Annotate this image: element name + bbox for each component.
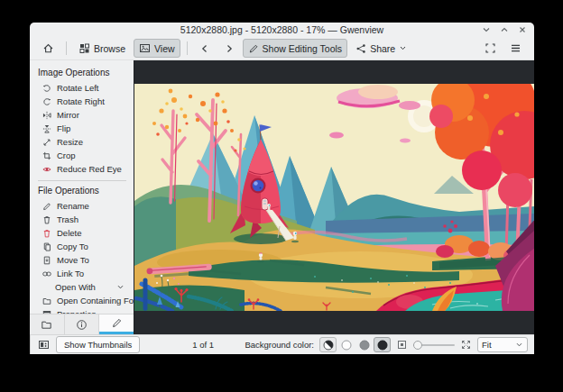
sidebar-item-rotate-right[interactable]: Rotate Right <box>38 95 134 108</box>
main-toolbar: Browse View Show Editing Tools Share <box>30 37 534 60</box>
menu-button[interactable] <box>504 39 527 58</box>
zoom-slider[interactable] <box>413 340 455 351</box>
browse-button-label: Browse <box>94 43 125 54</box>
browse-button[interactable]: Browse <box>73 39 131 58</box>
desktop: { "window": { "title": "5120x2880.jpg - … <box>0 0 563 392</box>
chevron-down-icon <box>399 44 407 52</box>
sidebar-item-link-to[interactable]: Link To <box>38 267 134 280</box>
chevron-left-icon <box>199 43 210 54</box>
crop-icon <box>42 151 51 160</box>
bg-auto-swatch[interactable] <box>319 337 337 352</box>
tab-operations[interactable] <box>99 315 134 334</box>
bg-white-swatch[interactable] <box>337 337 355 352</box>
sidebar-item-properties[interactable]: Properties <box>38 307 134 314</box>
statusbar: Show Thumbnails 1 of 1 Background color:… <box>30 334 534 354</box>
show-editing-tools-button[interactable]: Show Editing Tools <box>243 39 348 58</box>
sidebar: Image Operations Rotate Left Rotate Righ… <box>30 60 134 334</box>
zoom-fit-button[interactable] <box>396 339 408 351</box>
toolbar-separator <box>187 41 188 55</box>
toolbar-separator <box>66 41 67 55</box>
bg-black-swatch[interactable] <box>374 337 391 352</box>
share-button-label: Share <box>370 43 395 54</box>
zoom-fit-icon <box>397 340 407 350</box>
file-operations-heading: File Operations <box>38 186 134 196</box>
pencil-icon <box>248 43 259 54</box>
go-previous-button[interactable] <box>194 39 216 58</box>
sidebar-item-delete[interactable]: Delete <box>38 226 134 240</box>
tab-information[interactable] <box>65 315 100 334</box>
rename-icon <box>42 202 51 211</box>
rotate-left-icon <box>42 84 51 93</box>
sidebar-item-trash[interactable]: Trash <box>38 213 134 226</box>
background-color-label: Background color: <box>245 340 314 350</box>
pencil-icon <box>111 317 123 329</box>
folder-open-icon <box>42 296 51 305</box>
image-view-icon <box>139 42 151 54</box>
info-icon <box>76 319 88 331</box>
trash-icon <box>42 215 51 224</box>
resize-icon <box>42 138 51 147</box>
tab-folders[interactable] <box>30 315 65 334</box>
titlebar[interactable]: 5120x2880.jpg - 5120x2880 - 17% — Gwenvi… <box>30 23 534 37</box>
share-button[interactable]: Share <box>350 39 412 58</box>
rotate-right-icon <box>42 97 51 106</box>
thumbnail-bar-icon <box>38 339 50 351</box>
chevron-down-icon <box>515 341 523 349</box>
move-to-icon <box>42 256 51 265</box>
gwenview-window: 5120x2880.jpg - 5120x2880 - 17% — Gwenvi… <box>30 23 534 354</box>
sidebar-item-copy-to[interactable]: Copy To <box>38 240 134 253</box>
sidebar-item-mirror[interactable]: Mirror <box>38 108 134 122</box>
sidebar-item-resize[interactable]: Resize <box>38 135 134 149</box>
position-indicator: 1 of 1 <box>192 340 214 350</box>
image-view[interactable] <box>134 60 534 334</box>
actual-size-icon <box>461 340 471 350</box>
home-button[interactable] <box>37 39 60 58</box>
show-editing-tools-label: Show Editing Tools <box>263 43 343 54</box>
zoom-slider-handle[interactable] <box>413 341 422 350</box>
background-color-group <box>319 337 391 352</box>
sidebar-item-flip[interactable]: Flip <box>38 122 134 135</box>
zoom-mode-combobox[interactable]: Fit <box>477 337 528 352</box>
zoom-mode-value: Fit <box>482 340 492 350</box>
close-button[interactable] <box>518 25 527 34</box>
folder-icon <box>41 319 52 331</box>
hamburger-icon <box>510 42 521 54</box>
home-icon <box>42 42 54 54</box>
go-next-button[interactable] <box>218 39 240 58</box>
maximize-button[interactable] <box>500 25 509 34</box>
red-eye-icon <box>42 165 51 174</box>
view-button[interactable]: View <box>134 39 180 58</box>
fullscreen-icon <box>485 42 496 54</box>
show-thumbnails-button[interactable]: Show Thumbnails <box>56 336 140 353</box>
flip-icon <box>42 124 51 133</box>
bg-gray-swatch[interactable] <box>355 337 373 352</box>
view-button-label: View <box>154 43 175 54</box>
sidebar-item-crop[interactable]: Crop <box>38 149 134 162</box>
sidebar-item-open-containing-folder[interactable]: Open Containing Folder <box>38 294 134 307</box>
sidebar-item-rotate-left[interactable]: Rotate Left <box>38 81 134 95</box>
sidebar-tab-bar <box>30 314 134 334</box>
window-title: 5120x2880.jpg - 5120x2880 - 17% — Gwenvi… <box>180 24 383 35</box>
share-icon <box>355 43 366 54</box>
mirror-icon <box>42 111 51 120</box>
delete-icon <box>42 229 51 238</box>
sidebar-separator <box>38 180 126 181</box>
browse-grid-icon <box>78 42 90 54</box>
link-to-icon <box>42 269 51 278</box>
actual-size-button[interactable] <box>460 339 472 351</box>
thumbnail-bar-toggle[interactable] <box>37 338 51 351</box>
image-operations-heading: Image Operations <box>38 68 134 77</box>
sidebar-item-open-with[interactable]: Open With <box>38 280 134 294</box>
minimize-button[interactable] <box>482 25 491 34</box>
chevron-right-icon <box>224 43 235 54</box>
image-content <box>134 84 534 311</box>
sidebar-item-rename[interactable]: Rename <box>38 199 134 213</box>
sidebar-item-move-to[interactable]: Move To <box>38 253 134 267</box>
fullscreen-button[interactable] <box>479 39 502 58</box>
chevron-down-icon <box>116 283 125 291</box>
copy-to-icon <box>42 242 51 251</box>
sidebar-item-reduce-red-eye[interactable]: Reduce Red Eye <box>38 162 134 176</box>
